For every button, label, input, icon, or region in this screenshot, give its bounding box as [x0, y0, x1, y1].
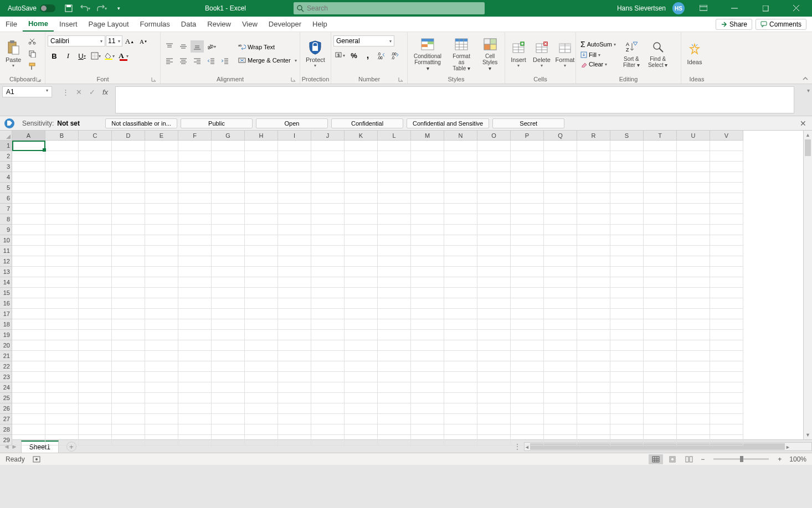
cell-K22[interactable] — [345, 361, 378, 372]
cell-L21[interactable] — [378, 351, 411, 361]
row-header-5[interactable]: 5 — [0, 183, 12, 193]
cell-U18[interactable] — [677, 319, 710, 330]
cell-G29[interactable] — [212, 435, 245, 445]
cell-K21[interactable] — [345, 351, 378, 361]
cell-B9[interactable] — [45, 225, 79, 235]
cell-H24[interactable] — [245, 382, 278, 393]
cell-L18[interactable] — [378, 319, 411, 330]
normal-view-button[interactable] — [649, 454, 663, 464]
cell-U3[interactable] — [677, 162, 710, 172]
cell-F5[interactable] — [178, 183, 212, 193]
cell-B25[interactable] — [45, 393, 79, 403]
qat-customize-icon[interactable]: ▾ — [113, 3, 124, 14]
cell-O25[interactable] — [477, 393, 511, 403]
sensitivity-option-1[interactable]: Public — [181, 118, 253, 128]
cell-H6[interactable] — [245, 193, 278, 204]
cell-T25[interactable] — [644, 393, 677, 403]
cell-M17[interactable] — [411, 309, 444, 319]
cell-S13[interactable] — [610, 267, 644, 277]
tab-file[interactable]: File — [0, 17, 23, 32]
cell-B7[interactable] — [45, 204, 79, 214]
cell-T13[interactable] — [644, 267, 677, 277]
cell-E26[interactable] — [145, 403, 178, 414]
cell-R6[interactable] — [577, 193, 610, 204]
cell-L14[interactable] — [378, 277, 411, 288]
cell-A4[interactable] — [12, 172, 45, 183]
cell-M19[interactable] — [411, 330, 444, 340]
cell-Q7[interactable] — [544, 204, 577, 214]
cell-P14[interactable] — [511, 277, 544, 288]
cell-F9[interactable] — [178, 225, 212, 235]
cell-E16[interactable] — [145, 298, 178, 309]
cell-H10[interactable] — [245, 235, 278, 246]
cell-F1[interactable] — [178, 141, 212, 151]
cell-L19[interactable] — [378, 330, 411, 340]
page-break-view-button[interactable] — [682, 454, 696, 464]
clear-button[interactable]: Clear▾ — [578, 60, 618, 68]
cell-S15[interactable] — [610, 288, 644, 298]
cell-B15[interactable] — [45, 288, 79, 298]
cell-K25[interactable] — [345, 393, 378, 403]
cell-Q1[interactable] — [544, 141, 577, 151]
cell-R8[interactable] — [577, 214, 610, 225]
decrease-indent-button[interactable] — [204, 55, 218, 67]
cell-B6[interactable] — [45, 193, 79, 204]
cell-M26[interactable] — [411, 403, 444, 414]
cell-H19[interactable] — [245, 330, 278, 340]
cell-H11[interactable] — [245, 246, 278, 256]
cell-F10[interactable] — [178, 235, 212, 246]
cell-U8[interactable] — [677, 214, 710, 225]
row-header-25[interactable]: 25 — [0, 393, 12, 403]
cell-J23[interactable] — [311, 372, 345, 382]
cell-D24[interactable] — [112, 382, 145, 393]
column-header-S[interactable]: S — [610, 131, 644, 141]
cell-A13[interactable] — [12, 267, 45, 277]
cell-I19[interactable] — [278, 330, 311, 340]
cell-V27[interactable] — [710, 414, 743, 424]
cell-N29[interactable] — [444, 435, 477, 445]
cell-E12[interactable] — [145, 256, 178, 267]
cell-U20[interactable] — [677, 340, 710, 351]
cell-R21[interactable] — [577, 351, 610, 361]
cell-T12[interactable] — [644, 256, 677, 267]
cell-K8[interactable] — [345, 214, 378, 225]
cell-L29[interactable] — [378, 435, 411, 445]
cell-N24[interactable] — [444, 382, 477, 393]
cell-N17[interactable] — [444, 309, 477, 319]
cell-O16[interactable] — [477, 298, 511, 309]
cell-L12[interactable] — [378, 256, 411, 267]
enter-formula-button[interactable]: ✓ — [85, 86, 99, 97]
row-header-4[interactable]: 4 — [0, 172, 12, 183]
column-header-B[interactable]: B — [45, 131, 79, 141]
cells-area[interactable] — [12, 141, 803, 445]
collapse-ribbon-button[interactable] — [802, 76, 809, 81]
cell-D1[interactable] — [112, 141, 145, 151]
user-avatar[interactable]: HS — [672, 2, 685, 14]
cell-V3[interactable] — [710, 162, 743, 172]
cell-Q4[interactable] — [544, 172, 577, 183]
cell-C10[interactable] — [79, 235, 112, 246]
cell-U26[interactable] — [677, 403, 710, 414]
cell-U23[interactable] — [677, 372, 710, 382]
cell-C18[interactable] — [79, 319, 112, 330]
tab-review[interactable]: Review — [202, 17, 237, 32]
column-header-Q[interactable]: Q — [544, 131, 577, 141]
cell-G12[interactable] — [212, 256, 245, 267]
cell-N4[interactable] — [444, 172, 477, 183]
cell-V13[interactable] — [710, 267, 743, 277]
row-header-14[interactable]: 14 — [0, 277, 12, 288]
cell-T28[interactable] — [644, 424, 677, 435]
cell-U9[interactable] — [677, 225, 710, 235]
cell-V21[interactable] — [710, 351, 743, 361]
cell-I22[interactable] — [278, 361, 311, 372]
format-painter-button[interactable] — [25, 60, 39, 72]
cell-B3[interactable] — [45, 162, 79, 172]
cell-H5[interactable] — [245, 183, 278, 193]
autosum-button[interactable]: ΣAutoSum▾ — [578, 39, 618, 49]
cell-O12[interactable] — [477, 256, 511, 267]
cell-G15[interactable] — [212, 288, 245, 298]
cell-B28[interactable] — [45, 424, 79, 435]
column-header-A[interactable]: A — [12, 131, 45, 141]
tab-formulas[interactable]: Formulas — [135, 17, 176, 32]
cell-C26[interactable] — [79, 403, 112, 414]
